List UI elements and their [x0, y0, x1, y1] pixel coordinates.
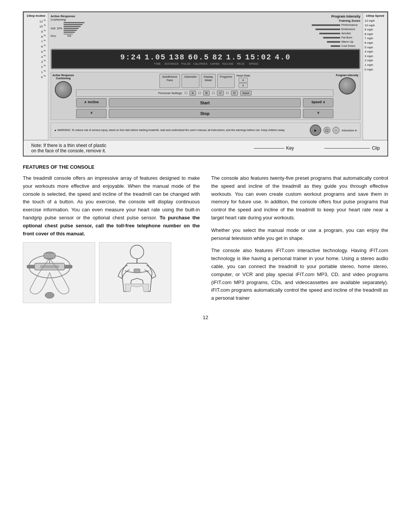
arc-sub: Cushioning [51, 18, 66, 21]
features-right-col: The console also features twenty-five pr… [211, 174, 388, 307]
zone-label-cooldown: Cool Down [341, 44, 360, 48]
features-right-para3: The console also features iFIT.com inter… [211, 247, 388, 302]
training-zones-title: Training Zones [339, 19, 360, 22]
ps-checkbox-c-icon: ☐ [212, 91, 215, 95]
label-pace: PACE [235, 62, 247, 65]
cushion-bar-4 [64, 28, 79, 29]
note-clip-row: Note: If there is a thin sheet of plasti… [24, 141, 387, 156]
incline-down-button[interactable]: ∨ [76, 109, 107, 118]
intensity-dial[interactable] [339, 77, 356, 94]
zone-fatburn: Fat Burn [323, 36, 360, 39]
speed-step-3: 3 mph [365, 54, 386, 59]
ps-d-button[interactable]: D [231, 91, 238, 96]
programs-button[interactable]: Programs [217, 74, 235, 88]
ps-checkbox-a-icon: ☐ [185, 91, 187, 95]
display-mode-button[interactable]: DisplayMode [201, 74, 216, 88]
speed-step-2: 2 mph [365, 58, 386, 63]
arc-dial[interactable] [55, 81, 72, 98]
speed-step-9: 9 mph [365, 27, 386, 32]
svg-rect-6 [44, 253, 55, 259]
start-button[interactable]: Start [109, 98, 301, 107]
speed-step-4: 4 mph [365, 50, 386, 54]
speed-step-8: 8 mph [365, 32, 386, 37]
speed-steps-list: 12 mph 10 mph 9 mph 8 mph 7 mph 6 mph 5 … [365, 19, 386, 72]
features-right-para1: The console also features twenty-five pr… [211, 174, 388, 222]
headphone-port-icon: 🎧 [323, 127, 330, 134]
display-time: 9:24 [120, 53, 142, 62]
intensity-section: Program Intensity Training Zones Perform… [312, 14, 360, 48]
screen-labels: TIME DISTANCE PULSE CALORIES CARBS INCLI… [151, 62, 259, 65]
speed-step-1: 1 mph [365, 63, 386, 67]
features-right-para2: Whether you select the manual mode or us… [211, 227, 388, 243]
soft-pct: 20% [57, 27, 62, 30]
zone-aerobic: Aerobic [319, 32, 360, 35]
chest-strap-image [23, 242, 95, 303]
features-section: FEATURES OF THE CONSOLE The treadmill co… [23, 164, 388, 307]
incline-up-button[interactable]: ∧ Incline [76, 98, 107, 107]
heart-rate-section: Heart Rate ∧ ∨ [236, 74, 250, 88]
display-pulse: 138 [169, 53, 185, 62]
incline-step-7: 7 % [25, 39, 46, 44]
page-number: 12 [23, 315, 388, 320]
heart-rate-up-button[interactable]: ∧ [239, 78, 248, 83]
speed-down-button[interactable]: ∨ [303, 109, 333, 118]
display-screen: 9:24 1.05 138 60.5 82 1.5 15:02 4.0 TIME… [51, 49, 360, 69]
zone-performance: Performance [312, 23, 360, 27]
zone-label-warmup: Warm Up [341, 40, 360, 43]
ps-b-button[interactable]: B [203, 91, 210, 96]
label-incline: INCLINE [222, 62, 234, 65]
arc-dial-label: Active ResponseCushioning [53, 74, 74, 80]
warning-text: ▲ WARNING: To reduce risk of serious inj… [54, 128, 306, 132]
speed-step-7: 7 mph [365, 36, 386, 41]
features-title: FEATURES OF THE CONSOLE [23, 164, 388, 170]
intensity-title: Program Intensity [331, 14, 360, 18]
display-carbs: 82 [212, 53, 223, 62]
speed-step-6: 6 mph [365, 41, 386, 45]
incline-title: 1Step Incline [27, 14, 45, 18]
ps-checkbox-b-icon: ☐ [198, 91, 201, 95]
audio-port-icon: ○ [333, 127, 339, 134]
incline-steps-list: 12 % 10 % 9 % 8 % 7 % 6 % 5 % 4 % 3 % 2 … [25, 19, 46, 79]
speed-up-button[interactable]: Speed ∧ [303, 98, 333, 107]
zone-bar-endurance [315, 29, 340, 30]
speed-step-12: 12 mph [365, 19, 386, 23]
active-response-section: Active Response Cushioning Soft 20% [51, 14, 84, 37]
label-time: TIME [151, 62, 163, 65]
ps-a-button[interactable]: A [190, 91, 196, 96]
key-line-graphic [254, 148, 284, 149]
note-line1: Note: If there is a thin sheet of plasti… [31, 143, 106, 148]
incline-step-4: 4 % [25, 54, 46, 59]
center-controls: AutoBreezeFans Odometer DisplayMode Prog… [76, 74, 333, 118]
firm-label: Firm [51, 35, 56, 37]
top-btns-row: AutoBreezeFans Odometer DisplayMode Prog… [76, 74, 333, 88]
incline-step-10: 10 % [25, 24, 46, 29]
svg-point-9 [130, 245, 144, 259]
zones-list: Performance Endurance Aerobic [312, 23, 360, 48]
zone-bar-fatburn [323, 37, 340, 38]
display-pace: 15:02 [245, 53, 272, 62]
incline-step-2: 2 % [25, 64, 46, 69]
key-section: Key [254, 145, 294, 151]
ps-save-button[interactable]: Save [240, 91, 252, 96]
odometer-button[interactable]: Odometer [182, 74, 199, 88]
cushion-bar-6 [64, 32, 75, 33]
start-port-icon[interactable]: ▶ [310, 125, 321, 136]
incline-step-3: 3 % [25, 59, 46, 64]
autobreeze-button[interactable]: AutoBreezeFans [159, 74, 180, 88]
interactive-label: Interactive In [342, 129, 357, 132]
zone-label-aerobic: Aerobic [341, 32, 360, 35]
person-image [99, 242, 171, 303]
ps-checkbox-d-icon: ☐ [226, 91, 229, 95]
stop-button[interactable]: Stop [109, 109, 301, 118]
ps-c-button[interactable]: C [217, 91, 224, 96]
incline-step-9: 9 % [25, 29, 46, 34]
svg-point-8 [45, 292, 54, 299]
incline-step-6: 6 % [25, 44, 46, 49]
cushion-bars-stack [64, 22, 84, 35]
heart-rate-down-button[interactable]: ∨ [239, 83, 248, 88]
clip-section: Clip [324, 145, 380, 151]
speed-step-0: 0 mph [365, 67, 386, 72]
zone-warmup: Warm Up [327, 40, 360, 43]
person-svg [99, 242, 171, 303]
soft-label: Soft [51, 27, 55, 30]
